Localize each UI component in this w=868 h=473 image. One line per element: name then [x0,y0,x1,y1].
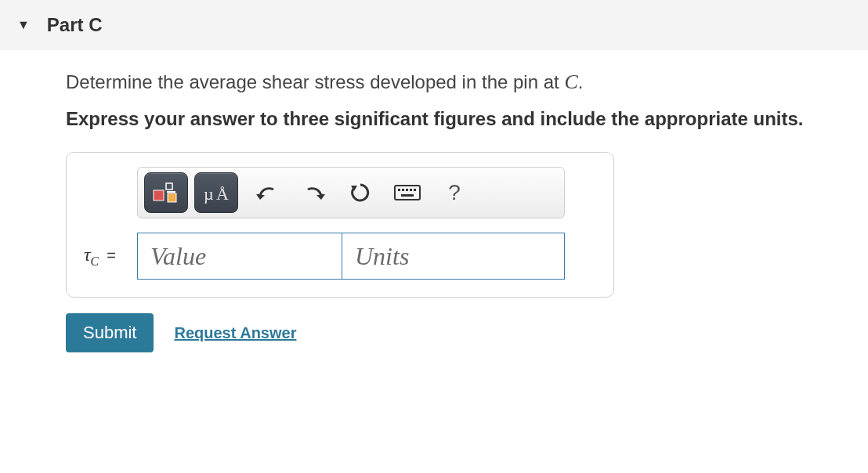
equation-toolbar: µ Å [137,167,565,218]
value-input[interactable]: Value [137,233,342,280]
svg-rect-10 [406,189,408,191]
svg-rect-0 [154,190,164,200]
templates-icon [150,179,182,206]
prompt-text-before: Determine the average shear stress devel… [66,71,564,92]
instructions: Express your answer to three significant… [66,108,868,130]
symbols-button[interactable]: µ Å [194,172,238,213]
submit-button[interactable]: Submit [66,313,154,352]
answer-row: τC = Value Units [84,233,596,280]
svg-text:µ: µ [204,184,214,204]
templates-button[interactable] [144,172,188,213]
svg-rect-8 [398,189,400,191]
help-button[interactable]: ? [432,172,476,213]
part-header[interactable]: ▼ Part C [0,0,868,50]
svg-text:Å: Å [216,184,229,204]
svg-rect-11 [410,189,412,191]
undo-button[interactable] [244,172,288,213]
prompt-variable: C [564,70,577,93]
variable-subscript: C [91,254,99,267]
keyboard-icon [394,183,421,202]
redo-icon [302,181,325,204]
collapse-icon[interactable]: ▼ [17,18,30,32]
question-prompt: Determine the average shear stress devel… [66,70,868,94]
value-placeholder-text: Value [150,242,206,271]
variable-label: τC = [84,244,131,269]
units-placeholder-text: Units [355,242,409,271]
svg-rect-7 [395,186,420,200]
symbols-icon: µ Å [201,179,232,206]
reset-button[interactable] [338,172,382,213]
part-title: Part C [47,14,103,36]
svg-rect-2 [168,193,176,202]
svg-rect-13 [401,194,414,197]
reset-icon [349,181,372,204]
equals-sign: = [107,247,116,264]
help-icon: ? [448,180,461,205]
svg-rect-1 [166,183,172,190]
actions-row: Submit Request Answer [66,313,868,352]
prompt-text-after: . [578,71,584,92]
content: Determine the average shear stress devel… [0,50,868,352]
keyboard-button[interactable] [385,172,429,213]
undo-icon [255,181,278,204]
answer-box: µ Å [66,152,614,298]
svg-rect-12 [414,189,416,191]
redo-button[interactable] [291,172,335,213]
variable-tau: τ [84,244,91,265]
svg-rect-9 [402,189,404,191]
units-input[interactable]: Units [342,233,565,280]
request-answer-link[interactable]: Request Answer [174,324,296,342]
